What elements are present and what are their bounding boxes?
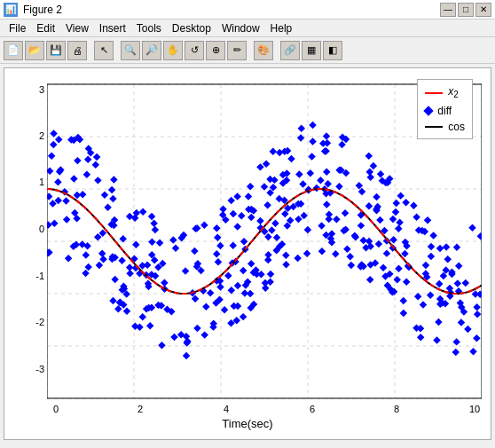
- ytick-neg1: -1: [9, 271, 44, 281]
- legend-cos-line: [425, 126, 443, 128]
- menu-view[interactable]: View: [60, 20, 94, 36]
- ytick-0: 0: [9, 224, 44, 234]
- menu-window[interactable]: Window: [216, 20, 265, 36]
- figure-area: 3 2 1 0 -1 -2 -3 0 2 4 6 8 10 Time(sec) …: [4, 67, 491, 440]
- maximize-button[interactable]: □: [458, 3, 474, 17]
- menu-bar: File Edit View Insert Tools Desktop Wind…: [0, 20, 495, 37]
- legend-cos: cos: [425, 119, 465, 135]
- legend-diff-dot: [424, 106, 434, 116]
- xtick-10: 10: [466, 404, 483, 414]
- legend-x2-line: [425, 92, 443, 94]
- xlabel: Time(sec): [4, 417, 491, 430]
- legend-x2: x2: [425, 83, 465, 103]
- tb-pan[interactable]: ✋: [163, 41, 183, 60]
- xtick-6: 6: [303, 404, 321, 414]
- tb-brush[interactable]: ✏: [227, 41, 247, 60]
- tb-zoom-in[interactable]: 🔍: [121, 41, 140, 60]
- ytick-neg3: -3: [9, 364, 44, 374]
- tb-new[interactable]: 📄: [4, 41, 23, 60]
- legend-diff-label: diff: [437, 103, 452, 119]
- menu-tools[interactable]: Tools: [131, 20, 167, 36]
- tb-plottools[interactable]: ◧: [323, 41, 342, 60]
- xtick-8: 8: [388, 404, 405, 414]
- toolbar: 📄 📂 💾 🖨 ↖ 🔍 🔎 ✋ ↺ ⊕ ✏ 🎨 🔗 ▦ ◧: [0, 37, 495, 64]
- xtick-2: 2: [131, 404, 149, 414]
- legend-cos-label: cos: [448, 119, 465, 135]
- xtick-4: 4: [217, 404, 235, 414]
- window-title: Figure 2: [23, 4, 435, 16]
- tb-subplots[interactable]: ▦: [302, 41, 321, 60]
- window-icon: 📊: [4, 3, 18, 17]
- ytick-3: 3: [9, 84, 44, 95]
- minimize-button[interactable]: —: [440, 3, 456, 17]
- tb-save[interactable]: 💾: [46, 41, 66, 60]
- close-button[interactable]: ✕: [475, 3, 491, 17]
- legend-diff: diff: [425, 103, 465, 119]
- menu-desktop[interactable]: Desktop: [167, 20, 216, 36]
- tb-print[interactable]: 🖨: [67, 41, 87, 60]
- menu-help[interactable]: Help: [265, 20, 298, 36]
- legend-x2-label: x2: [448, 83, 459, 103]
- ytick-neg2: -2: [9, 317, 44, 327]
- tb-cursor[interactable]: ↖: [94, 41, 114, 60]
- ytick-1: 1: [9, 177, 44, 187]
- ytick-2: 2: [9, 130, 44, 141]
- menu-edit[interactable]: Edit: [31, 20, 60, 36]
- menu-file[interactable]: File: [4, 20, 31, 36]
- tb-zoom-out[interactable]: 🔎: [142, 41, 161, 60]
- tb-rotate[interactable]: ↺: [185, 41, 204, 60]
- xtick-0: 0: [47, 404, 65, 414]
- legend: x2 diff cos: [417, 79, 473, 139]
- tb-open[interactable]: 📂: [25, 41, 44, 60]
- menu-insert[interactable]: Insert: [94, 20, 131, 36]
- title-bar: 📊 Figure 2 — □ ✕: [0, 0, 495, 20]
- tb-link[interactable]: 🔗: [280, 41, 300, 60]
- tb-colormap[interactable]: 🎨: [254, 41, 273, 60]
- window-controls[interactable]: — □ ✕: [440, 3, 491, 17]
- tb-datacursor[interactable]: ⊕: [206, 41, 225, 60]
